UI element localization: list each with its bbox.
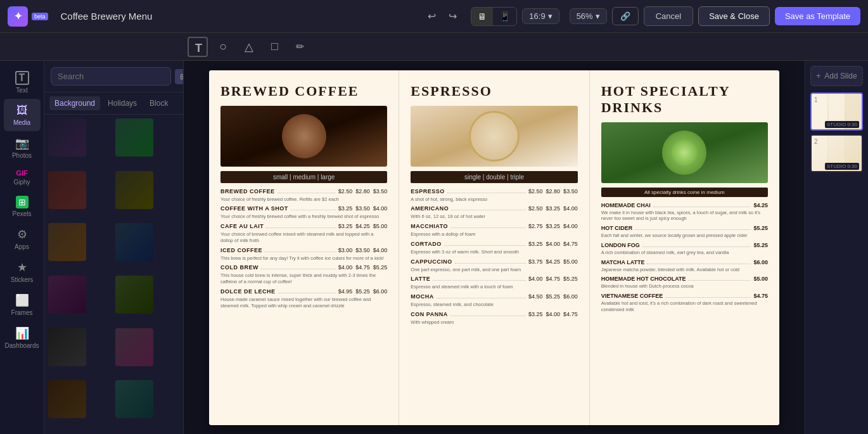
table-row: LONDON FOG $5.25: [601, 242, 768, 248]
media-panel: ⊞ Background Holidays Block: [44, 61, 184, 434]
tab-block[interactable]: Block: [144, 96, 173, 110]
table-row: COLD BREW $4.00 $4.75 $5.25: [220, 264, 387, 271]
desktop-view-button[interactable]: 🖥: [471, 8, 493, 25]
list-item[interactable]: [115, 276, 153, 314]
list-item[interactable]: [115, 380, 153, 418]
tab-background[interactable]: Background: [49, 96, 100, 110]
slide-label-2: STUDIO 0:30: [825, 163, 859, 170]
list-item[interactable]: [115, 328, 153, 366]
sidebar-item-dashboards[interactable]: 📊 Dashboards: [4, 321, 41, 354]
table-row: CON PANNA $3.25 $4.00 $4.75: [411, 311, 577, 317]
sidebar-label-stickers: Stickers: [11, 276, 34, 283]
list-item[interactable]: [48, 276, 86, 314]
slide-number-1: 1: [814, 96, 818, 103]
add-slide-icon: +: [816, 72, 820, 80]
espresso-image: [411, 106, 577, 167]
list-item[interactable]: [48, 223, 86, 261]
slides-panel: + Add Slide 1 STUDIO 0:30 2 STUDIO 0:30: [805, 61, 868, 434]
aspect-ratio-chevron: ▾: [548, 11, 552, 21]
mobile-view-button[interactable]: 📱: [493, 8, 516, 25]
sidebar-label-dashboards: Dashboards: [5, 342, 39, 349]
gif-icon: GIF: [16, 169, 27, 177]
table-row: CAPPUCCINO $3.75 $4.25 $5.00: [411, 258, 577, 265]
sidebar-item-stickers[interactable]: ★ Stickers: [4, 255, 41, 288]
sidebar-item-frames[interactable]: ⬜ Frames: [4, 288, 41, 321]
sidebar-label-apps: Apps: [15, 243, 29, 250]
brewed-items: BREWED COFFEE $2.50 $2.80 $3.50 Your cho…: [220, 188, 387, 309]
table-row: MOCHA $4.50 $5.25 $6.00: [411, 293, 577, 300]
save-close-button[interactable]: Save & Close: [698, 6, 770, 26]
rectangle-tool-button[interactable]: □: [265, 36, 284, 57]
add-slide-label: Add Slide: [824, 72, 857, 80]
brewed-image: [220, 106, 387, 167]
sidebar-item-pexels[interactable]: ⊞ Pexels: [4, 191, 41, 222]
table-row: AMERICANO $2.50 $3.25 $4.00: [411, 205, 577, 212]
table-row: ESPRESSO $2.50 $2.80 $3.50: [411, 188, 577, 195]
espresso-size-row: single | double | triple: [411, 171, 577, 183]
pen-tool-button[interactable]: ✏: [290, 37, 310, 56]
dashboards-icon: 📊: [15, 326, 29, 340]
logo-area: ✦ beta: [8, 6, 48, 27]
list-item[interactable]: [48, 328, 86, 366]
list-item[interactable]: [115, 118, 153, 156]
sidebar-item-apps[interactable]: ⚙ Apps: [4, 222, 41, 255]
list-item[interactable]: [115, 171, 153, 209]
brewed-size-row: small | medium | large: [220, 171, 387, 183]
stickers-icon: ★: [17, 260, 27, 274]
sidebar-item-giphy[interactable]: GIF Giphy: [4, 164, 41, 191]
sidebar-item-photos[interactable]: 📷 Photos: [4, 131, 41, 164]
cancel-button[interactable]: Cancel: [644, 6, 693, 26]
media-icon: 🖼: [16, 104, 28, 117]
brewed-title: BREWED COFFEE: [220, 83, 387, 99]
circle-tool-button[interactable]: ○: [213, 35, 233, 58]
search-input[interactable]: [51, 67, 171, 86]
aspect-ratio-selector[interactable]: 16:9 ▾: [522, 8, 559, 24]
table-row: CORTADO $3.25 $4.00 $4.75: [411, 241, 577, 247]
sidebar-item-media[interactable]: 🖼 Media: [4, 99, 41, 131]
canvas-area: BREWED COFFEE small | medium | large BRE…: [184, 61, 805, 434]
slide-thumb-1[interactable]: 1 STUDIO 0:30: [810, 93, 863, 131]
view-toggle: 🖥 📱: [471, 7, 517, 26]
sidebar-item-text[interactable]: T Text: [4, 66, 41, 99]
zoom-selector[interactable]: 56% ▾: [570, 8, 607, 24]
specialty-title: HOT SPECIALTY DRINKS: [601, 83, 768, 116]
table-row: HOMEMADE CHAI $4.25: [601, 202, 768, 208]
tab-holidays[interactable]: Holidays: [103, 96, 142, 110]
slide-number-2: 2: [814, 138, 818, 145]
panel-tabs: Background Holidays Block: [44, 93, 183, 115]
slide-label-1: STUDIO 0:30: [825, 121, 859, 128]
list-item[interactable]: [115, 223, 153, 261]
slide-thumb-2[interactable]: 2 STUDIO 0:30: [810, 134, 863, 172]
text-tool-button[interactable]: T: [188, 37, 208, 57]
triangle-tool-button[interactable]: △: [238, 36, 260, 58]
brewed-coffee-section: BREWED COFFEE small | medium | large BRE…: [209, 70, 399, 425]
sidebar: T Text 🖼 Media 📷 Photos GIF Giphy ⊞ Pexe…: [0, 61, 44, 434]
add-slide-button[interactable]: + Add Slide: [810, 66, 863, 86]
main-layout: T Text 🖼 Media 📷 Photos GIF Giphy ⊞ Pexe…: [0, 61, 868, 434]
all-medium-bar: All specialty drinks come in medium: [601, 188, 768, 197]
table-row: MATCHA LATTE $6.00: [601, 259, 768, 265]
espresso-section: ESPRESSO single | double | triple ESPRES…: [399, 70, 589, 425]
grid-view-button[interactable]: ⊞: [175, 69, 184, 84]
save-template-button[interactable]: Save as Template: [775, 7, 860, 25]
sidebar-label-text: Text: [16, 87, 27, 94]
draw-toolbar-row: T ○ △ □ ✏: [0, 33, 868, 61]
undo-button[interactable]: ↩: [424, 6, 440, 26]
undo-redo-toolbar: ↩ ↪: [424, 6, 461, 26]
list-item[interactable]: [48, 380, 86, 418]
sidebar-label-giphy: Giphy: [13, 179, 30, 186]
aspect-ratio-value: 16:9: [529, 11, 545, 21]
photos-icon: 📷: [15, 136, 29, 150]
share-button[interactable]: 🔗: [612, 7, 639, 25]
table-row: LATTE $4.00 $4.75 $5.25: [411, 276, 577, 282]
beta-badge: beta: [32, 13, 48, 20]
table-row: HOMEMADE HOT CHOCOLATE $5.00: [601, 276, 768, 282]
redo-button[interactable]: ↪: [445, 6, 461, 26]
list-item[interactable]: [48, 118, 86, 156]
sidebar-label-pexels: Pexels: [12, 210, 31, 217]
pexels-icon: ⊞: [16, 196, 29, 208]
table-row: CAFE AU LAIT $3.25 $4.25 $5.00: [220, 223, 387, 229]
sidebar-label-media: Media: [13, 119, 30, 126]
list-item[interactable]: [48, 171, 86, 209]
specialty-section: HOT SPECIALTY DRINKS All specialty drink…: [590, 70, 779, 425]
